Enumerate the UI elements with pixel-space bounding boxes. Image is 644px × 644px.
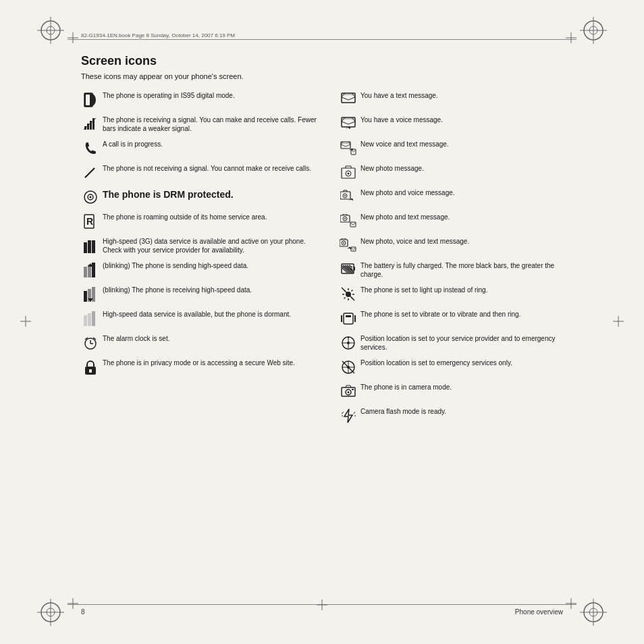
- header-text: 82-G1934-1EN.book Page 8 Sunday, October…: [81, 32, 235, 38]
- signal-icon: [81, 115, 100, 130]
- corner-decoration-tl: [37, 17, 64, 45]
- icon-row-light-ring: The phone is set to light up instead of …: [339, 286, 576, 304]
- svg-rect-83: [351, 247, 356, 251]
- icon-row-battery: The battery is fully charged. The more b…: [339, 261, 576, 280]
- 3g-send-text: (blinking) The phone is sending high-spe…: [100, 261, 319, 270]
- cross-mark-header-right: [566, 32, 576, 45]
- camera-icon: [339, 383, 358, 398]
- light-ring-text: The phone is set to light up instead of …: [358, 286, 576, 294]
- position-911-text: Position location is set to emergency se…: [358, 358, 576, 367]
- voice-text-msg-text: New voice and text message.: [358, 140, 576, 149]
- camera-text: The phone is in camera mode.: [358, 383, 576, 392]
- svg-line-130: [354, 412, 355, 414]
- left-column: The phone is operating in IS95 digital m…: [81, 91, 319, 431]
- content-area: Screen icons These icons may appear on y…: [81, 54, 576, 590]
- position-all-text: Position location is set to your service…: [358, 334, 576, 352]
- right-column: You have a text message.: [339, 91, 576, 431]
- svg-line-64: [346, 144, 350, 146]
- icon-row-position-911: Position location is set to emergency se…: [339, 358, 576, 377]
- photo-text-icon: [339, 213, 358, 229]
- corner-decoration-bl: [37, 599, 64, 627]
- header-rule: [68, 39, 576, 40]
- photo-voice-text-msg-text: New photo, voice and text message.: [358, 237, 576, 246]
- 3g-recv-icon: [81, 286, 100, 302]
- svg-line-84: [351, 248, 354, 250]
- cross-mark-left-mid: [20, 316, 31, 328]
- 3g-recv-text: (blinking) The phone is receiving high-s…: [100, 286, 319, 294]
- svg-rect-26: [88, 240, 91, 253]
- svg-rect-37: [84, 315, 87, 326]
- roam-text: The phone is roaming outside of its home…: [100, 213, 319, 221]
- svg-rect-112: [346, 315, 351, 317]
- cross-mark-footer-center: [317, 599, 327, 612]
- icon-row-3g-send: (blinking) The phone is sending high-spe…: [81, 261, 319, 280]
- photo-voice-text: New photo and voice message.: [358, 188, 576, 197]
- svg-rect-35: [92, 287, 95, 302]
- 3g-icon: [81, 237, 100, 253]
- icon-row-alarm: The alarm clock is set.: [81, 334, 319, 353]
- svg-rect-39: [92, 311, 95, 326]
- svg-point-116: [347, 342, 350, 344]
- alarm-text: The alarm clock is set.: [100, 334, 319, 343]
- drm-icon: [81, 188, 100, 205]
- lock-text: The phone is in privacy mode or is acces…: [100, 358, 319, 367]
- section-intro: These icons may appear on your phone's s…: [81, 72, 576, 80]
- position-all-icon: [339, 334, 358, 350]
- svg-line-85: [354, 248, 356, 250]
- cross-mark-footer-left: [68, 598, 78, 610]
- no-signal-text: The phone is not receiving a signal. You…: [100, 164, 319, 173]
- icon-row-vibrate: The phone is set to vibrate or to vibrat…: [339, 310, 576, 329]
- 3g-dormant-text: High-speed data service is available, bu…: [100, 310, 319, 319]
- svg-line-63: [341, 144, 346, 146]
- svg-rect-38: [88, 313, 91, 326]
- 3g-dormant-icon: [81, 310, 100, 326]
- call-icon: [81, 140, 100, 156]
- icon-row-photo-voice: New photo and voice message.: [339, 188, 576, 207]
- svg-rect-109: [344, 313, 353, 324]
- voice-msg-icon: [339, 115, 358, 130]
- icon-row-position-all: Position location is set to your service…: [339, 334, 576, 353]
- svg-point-70: [348, 173, 350, 175]
- svg-line-128: [342, 412, 344, 414]
- photo-msg-text: New photo message.: [358, 164, 576, 173]
- svg-point-76: [344, 218, 346, 219]
- roam-icon: R: [81, 213, 100, 229]
- vibrate-icon: [339, 310, 358, 326]
- svg-line-106: [352, 290, 353, 292]
- svg-rect-126: [352, 389, 354, 390]
- svg-line-67: [354, 150, 356, 152]
- 3g-send-icon: [81, 261, 100, 277]
- svg-line-52: [348, 97, 355, 100]
- light-ring-icon: [339, 286, 358, 302]
- icon-row-lock: The phone is in privacy mode or is acces…: [81, 358, 319, 377]
- svg-line-107: [344, 298, 346, 299]
- svg-text:R: R: [86, 216, 93, 227]
- no-signal-icon: [81, 164, 100, 180]
- page: 82-G1934-1EN.book Page 8 Sunday, October…: [0, 0, 644, 644]
- icon-row-camera: The phone is in camera mode.: [339, 383, 576, 402]
- icon-row-3g-dormant: High-speed data service is available, bu…: [81, 310, 319, 329]
- svg-marker-127: [344, 409, 352, 423]
- photo-msg-icon: [339, 164, 358, 180]
- svg-point-125: [348, 392, 350, 394]
- icon-row-roam: R The phone is roaming outside of its ho…: [81, 213, 319, 232]
- svg-rect-13: [86, 95, 90, 105]
- icon-row-text-msg: You have a text message.: [339, 91, 576, 110]
- voice-msg-text: You have a voice message.: [358, 115, 576, 124]
- corner-decoration-tr: [580, 17, 607, 45]
- icon-row-no-signal: The phone is not receiving a signal. You…: [81, 164, 319, 183]
- digital-text: The phone is operating in IS95 digital m…: [100, 91, 319, 100]
- icon-row-3g: High-speed (3G) data service is availabl…: [81, 237, 319, 256]
- svg-line-51: [342, 97, 348, 100]
- position-911-icon: [339, 358, 358, 375]
- 3g-text: High-speed (3G) data service is availabl…: [100, 237, 319, 254]
- cross-mark-right-mid: [613, 316, 624, 328]
- battery-text: The battery is fully charged. The more b…: [358, 261, 576, 279]
- alarm-icon: [81, 334, 100, 350]
- signal-text: The phone is receiving a signal. You can…: [100, 115, 319, 133]
- svg-point-73: [344, 195, 346, 196]
- photo-text-msg-text: New photo and text message.: [358, 213, 576, 221]
- svg-rect-31: [92, 263, 95, 277]
- battery-icon: [339, 261, 358, 275]
- icon-row-signal: The phone is receiving a signal. You can…: [81, 115, 319, 134]
